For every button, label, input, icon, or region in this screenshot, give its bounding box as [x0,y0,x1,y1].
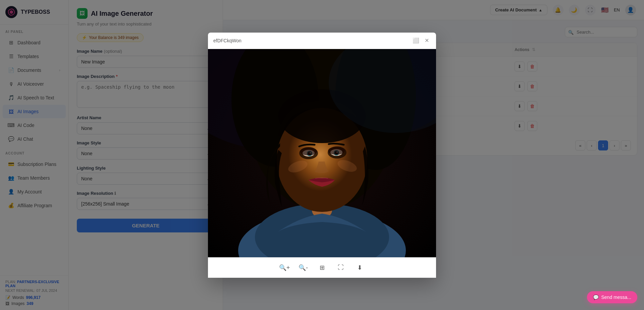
modal-overlay[interactable]: efDFCkqWon ⬜ ✕ [0,0,644,310]
download-icon: ⬇ [357,264,362,271]
chat-widget[interactable]: 💬 Send messa... [587,291,638,303]
modal-header: efDFCkqWon ⬜ ✕ [208,33,436,49]
chat-widget-label: Send messa... [601,295,632,300]
zoom-out-icon: 🔍- [299,264,308,271]
zoom-in-button[interactable]: 🔍+ [278,262,290,274]
zoom-out-button[interactable]: 🔍- [297,262,309,274]
fullscreen-modal-button[interactable]: ⛶ [335,262,347,274]
chat-widget-icon: 💬 [593,295,599,300]
fullscreen-modal-icon: ⛶ [338,264,344,271]
modal-toolbar: 🔍+ 🔍- ⊞ ⛶ ⬇ [208,257,436,278]
modal-maximize-button[interactable]: ⬜ [412,37,420,45]
download-modal-button[interactable]: ⬇ [354,262,366,274]
modal-image [208,49,436,257]
modal-header-actions: ⬜ ✕ [412,37,431,45]
modal-close-button[interactable]: ✕ [423,37,431,45]
svg-point-24 [328,147,345,155]
zoom-in-icon: 🔍+ [279,264,290,271]
gallery-icon: ⊞ [320,264,325,271]
modal-title: efDFCkqWon [213,38,241,43]
gallery-view-button[interactable]: ⊞ [316,262,328,274]
modal-image-container [208,49,436,257]
svg-point-23 [300,147,317,156]
image-preview-modal: efDFCkqWon ⬜ ✕ [208,33,436,278]
